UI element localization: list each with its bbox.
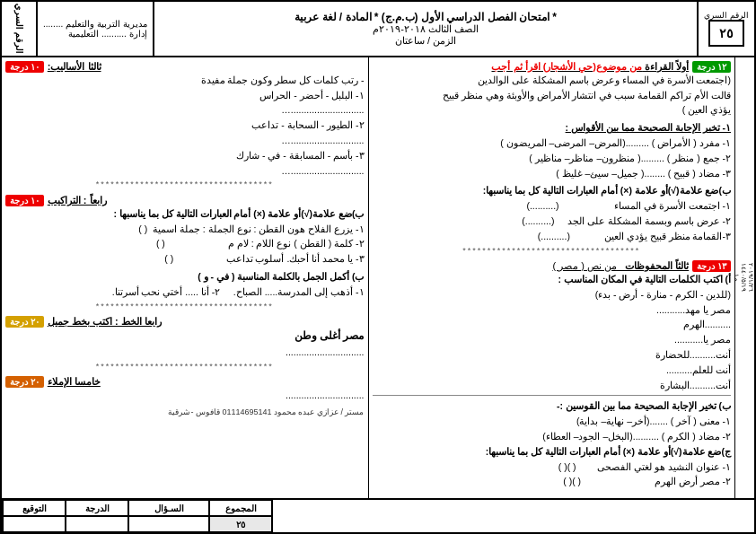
memo-a-title: أ) اكتب الكلمات التالية في المكان المناس… xyxy=(373,272,732,287)
serial-label: الرقم السري xyxy=(2,2,38,56)
reading-intro2: قالت الأم تراكم القمامة سبب في انتشار ال… xyxy=(373,88,732,103)
header-subtitle-grade: الصف الثالث ٢٠١٨-٢٠١٩م xyxy=(373,23,479,35)
score-value: ٢٥ xyxy=(719,26,734,40)
question-cell xyxy=(128,516,209,532)
header-admin: إدارة .......... التعليمية xyxy=(43,29,147,39)
tarakib-c-q1: ١- أذهب إلى المدرسة..... الصباح. ٢- أنا … xyxy=(5,285,365,300)
tarakib-b-q3: ٣- يا محمد أنا أحبك. أسلوب تداعب ( ) xyxy=(5,251,365,267)
memo-b-q2: ٢- مضاد ( الكرم ) ..........(البخل– الجو… xyxy=(373,429,732,444)
col-question: السـؤال xyxy=(128,500,209,516)
dictation-teacher: مستر / عزازي عبده محمود 01114695141 قافو… xyxy=(5,406,365,418)
reading-qa2: ٢- جمع ( منظر ) .........( منظرون– مناظر… xyxy=(373,151,732,166)
memo-a-q2: ..........الهرم xyxy=(373,317,732,332)
reading-intro1: (اجتمعت الأسرة في المساء وعرض باسم المشك… xyxy=(373,73,732,88)
memo-title-row: ١٣ درجة ثالثاً المحفوظات من نص ( مصر ) xyxy=(373,260,732,272)
section-reading: ١٢ درجة أولاً القراءة من موضوع(حي الأشجا… xyxy=(373,61,732,257)
memo-a-q1: مصر يا مهد........... xyxy=(373,302,732,318)
asalib-q3: ٣- بأسم - المسابقة - في - شارك xyxy=(5,148,365,163)
asalib-content: - رتب كلمات كل سطر وكون جملة مفيدة ١- ال… xyxy=(5,73,365,191)
asalib-title: ثالثا الأساليب: xyxy=(48,61,101,73)
tarakib-b-q1: ١- يزرع الفلاح هون القطن : نوع الجملة : … xyxy=(5,222,365,237)
asalib-q3-ans: ............................… xyxy=(5,163,365,179)
memo-a-q6: أنت..........البشارة xyxy=(373,378,732,393)
side-vertical: ٢٠١٩/١/٢٦ ١٤٤٠/٥/١٩ م١ الأول - الثانى - … xyxy=(734,57,754,498)
section-handwriting: ٢٠ درجة رابعا الخط : اكتب بخط جميل مصر أ… xyxy=(5,316,365,372)
header-right: الرقم السري ٢٥ xyxy=(697,2,754,56)
score-label: الرقم السري xyxy=(704,11,749,20)
stars-divider: ************************************ xyxy=(373,244,732,257)
section-asalib: ١٠ درجة ثالثا الأساليب: - رتب كلمات كل س… xyxy=(5,61,365,191)
header-subtitle-time: الزمن / ساعتان xyxy=(395,35,456,47)
stars-divider3: ************************************ xyxy=(5,300,365,312)
col-left: ١٠ درجة ثالثا الأساليب: - رتب كلمات كل س… xyxy=(2,57,368,498)
memo-divider xyxy=(373,395,732,396)
asalib-title-row: ١٠ درجة ثالثا الأساليب: xyxy=(5,61,365,73)
col-total: المجموع xyxy=(209,500,272,516)
asalib-q1: ١- البلبل - أحضر - الحراس xyxy=(5,88,365,103)
stars-divider2: ************************************ xyxy=(5,178,365,190)
handwriting-text: مصر أغلى وطن xyxy=(5,328,365,345)
asalib-q2-ans: ............................… xyxy=(5,133,365,148)
reading-qb1: ١- اجتمعت الأسرة في المساء (..........) xyxy=(373,198,732,214)
tarakib-b-title: ب)ضع علامة(√)أو علامة (×) أمام العبارات … xyxy=(5,206,365,222)
handwriting-line: .............................. xyxy=(5,345,365,360)
memo-content: أ) اكتب الكلمات التالية في المكان المناس… xyxy=(373,272,732,489)
reading-intro3: يؤذي العين ) xyxy=(373,102,732,118)
tarakib-badge: ١٠ درجة xyxy=(5,195,44,206)
tarakib-title-row: ١٠ درجة رابعاً : التراكيب xyxy=(5,195,365,206)
memo-a-q3: مصر يا........... xyxy=(373,332,732,347)
asalib-badge: ١٠ درجة xyxy=(5,61,44,73)
memo-b-q1: ١- معنى ( آخر ) .......(أخر– نهاية– بداي… xyxy=(373,414,732,429)
memo-badge: ١٣ درجة xyxy=(692,260,731,272)
dictation-title: خامسا الإملاء xyxy=(48,376,101,388)
reading-content: (اجتمعت الأسرة في المساء وعرض باسم المشك… xyxy=(373,73,732,257)
dictation-title-row: ٢٠ درجة خامسا الإملاء xyxy=(5,376,365,388)
memo-a-words: (للدين - الكرم - منارة - أرض - بدء) xyxy=(373,287,732,302)
memo-c-title: ج)ضع علامة(√)أو علامة (×) أمام العبارات … xyxy=(373,444,732,460)
memo-title: ثالثاً المحفوظات من نص ( مصر ) xyxy=(552,260,689,272)
reading-badge: ١٢ درجة xyxy=(692,61,731,73)
asalib-q2: ٢- الطيور - السحابة - تداعب xyxy=(5,118,365,133)
reading-title: أولاً القراءة من موضوع(حي الأشجار) اقرأ … xyxy=(491,61,689,73)
table-header-row: المجموع السـؤال الدرجة التوقيع xyxy=(3,500,272,516)
bottom-table: المجموع السـؤال الدرجة التوقيع ٢٥ xyxy=(2,500,272,532)
memo-c-q2: ٢- مصر أرض الهرم ( )( ) xyxy=(373,474,732,489)
col-right: ١٢ درجة أولاً القراءة من موضوع(حي الأشجا… xyxy=(368,57,735,498)
handwriting-content: مصر أغلى وطن ...........................… xyxy=(5,328,365,372)
section-memorization: ١٣ درجة ثالثاً المحفوظات من نص ( مصر ) أ… xyxy=(373,260,732,489)
col-sign: التوقيع xyxy=(3,500,66,516)
dictation-content: .............................. مستر / عز… xyxy=(5,388,365,418)
dictation-badge: ٢٠ درجة xyxy=(5,376,44,388)
degree-cell xyxy=(66,516,128,532)
header-title: * امتحان الفصل الدراسي الأول (ب.م.ج) * ا… xyxy=(294,11,557,23)
col-degree: الدرجة xyxy=(66,500,128,516)
tarakib-title: رابعاً : التراكيب xyxy=(48,195,107,206)
handwriting-title: رابعا الخط : اكتب بخط جميل xyxy=(48,316,162,328)
asalib-instruction: - رتب كلمات كل سطر وكون جملة مفيدة xyxy=(5,73,365,88)
total-score-cell: ٢٥ xyxy=(209,516,272,532)
tarakib-b-q2: ٢- كلمة ( القطن ) نوع اللام : لام م ( ) xyxy=(5,236,365,251)
tarakib-content: ب)ضع علامة(√)أو علامة (×) أمام العبارات … xyxy=(5,206,365,312)
header-center: * امتحان الفصل الدراسي الأول (ب.م.ج) * ا… xyxy=(154,2,698,56)
header: الرقم السري ٢٥ * امتحان الفصل الدراسي ال… xyxy=(2,2,754,57)
memo-a-q4: أنت..........للحضارة xyxy=(373,347,732,363)
section-tarakib: ١٠ درجة رابعاً : التراكيب ب)ضع علامة(√)أ… xyxy=(5,195,365,312)
reading-qb3: ٣-القمامة منظر قبيح يؤدي العين (........… xyxy=(373,229,732,244)
bottom-section: المجموع السـؤال الدرجة التوقيع ٢٥ xyxy=(2,498,754,532)
stars-divider4: ************************************ xyxy=(5,360,365,372)
section-dictation: ٢٠ درجة خامسا الإملاء ..................… xyxy=(5,376,365,418)
memo-a-q5: أنت للعلم.......... xyxy=(373,363,732,378)
bottom-info xyxy=(272,500,754,532)
header-institution: مديرية التربية والتعليم ........ xyxy=(43,19,147,29)
reading-qa3: ٣- مضاد ( قبيح ) ........( جميل– سيئ– غل… xyxy=(373,166,732,181)
reading-q-a-title: ١- تخير الإجابة الصحيحة مما بين الأقواس … xyxy=(373,120,732,136)
reading-qa1: ١- مفرد ( الأمراض ) .........(المرض– الم… xyxy=(373,136,732,151)
reading-title-row: ١٢ درجة أولاً القراءة من موضوع(حي الأشجا… xyxy=(373,61,732,73)
memo-b-title: ب) تخير الإجابة الصحيحة مما بين القوسين … xyxy=(373,398,732,414)
score-box: ٢٥ xyxy=(708,20,744,47)
table-row1: ٢٥ xyxy=(3,516,272,532)
handwriting-badge: ٢٠ درجة xyxy=(5,316,44,328)
exam-page: الرقم السري ٢٥ * امتحان الفصل الدراسي ال… xyxy=(0,0,756,534)
reading-qb-title: ب)ضع علامة(√)أو علامة (×) أمام العبارات … xyxy=(373,183,732,198)
tarakib-c-title: ب) أكمل الجمل بالكلمة المناسبة ( في - و … xyxy=(5,269,365,285)
